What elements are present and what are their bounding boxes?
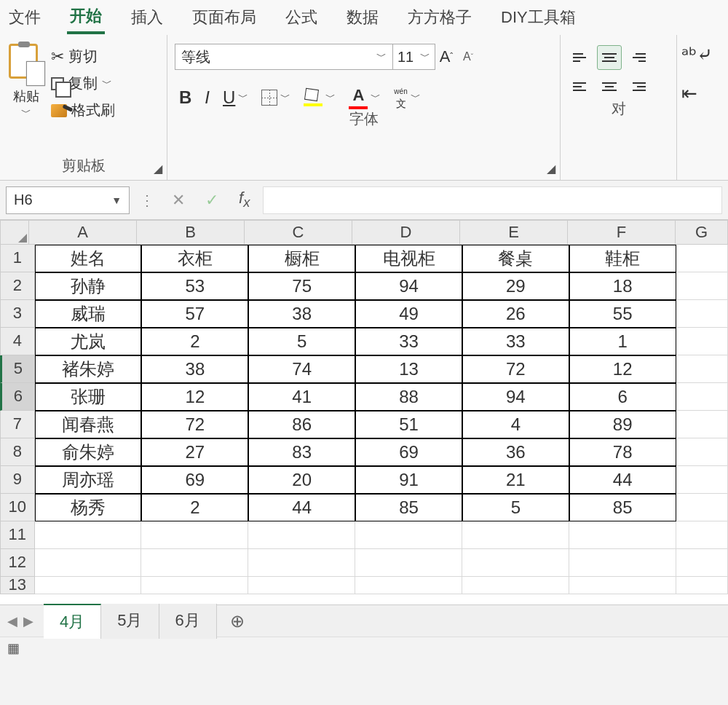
cell-A1[interactable]: 姓名	[35, 245, 142, 272]
cell-A2[interactable]: 孙静	[35, 272, 142, 300]
cell-G11[interactable]	[676, 521, 728, 549]
row-header-8[interactable]: 8	[0, 438, 35, 466]
cell-C2[interactable]: 75	[248, 272, 355, 300]
menu-item-7[interactable]: DIY工具箱	[498, 2, 579, 33]
column-header-C[interactable]: C	[245, 220, 352, 245]
cell-G4[interactable]	[676, 328, 728, 355]
cell-E9[interactable]: 21	[462, 466, 569, 494]
cell-F9[interactable]: 44	[569, 466, 676, 494]
phonetic-guide-button[interactable]: wén文﹀	[394, 87, 420, 108]
cell-D1[interactable]: 电视柜	[355, 245, 462, 272]
column-header-F[interactable]: F	[568, 220, 676, 245]
sheet-tab-6月[interactable]: 6月	[159, 604, 217, 639]
cell-E7[interactable]: 4	[462, 411, 569, 438]
cell-C11[interactable]	[248, 521, 355, 549]
column-header-E[interactable]: E	[460, 220, 568, 245]
cut-button[interactable]: ✂剪切	[51, 47, 115, 66]
cell-C1[interactable]: 橱柜	[248, 245, 355, 272]
cell-D2[interactable]: 94	[355, 272, 462, 300]
cell-A6[interactable]: 张珊	[35, 383, 142, 411]
cell-A7[interactable]: 闻春燕	[35, 411, 142, 438]
row-header-9[interactable]: 9	[0, 466, 35, 494]
row-header-3[interactable]: 3	[0, 300, 35, 328]
cell-A11[interactable]	[35, 521, 142, 549]
fill-color-button[interactable]: ﹀	[304, 89, 336, 106]
menu-item-0[interactable]: 文件	[6, 2, 44, 33]
cell-B2[interactable]: 53	[141, 272, 248, 300]
cell-G5[interactable]	[676, 355, 728, 383]
menu-item-4[interactable]: 公式	[282, 2, 320, 33]
cell-E4[interactable]: 33	[462, 328, 569, 355]
cell-C4[interactable]: 5	[248, 328, 355, 355]
cell-G12[interactable]	[676, 549, 728, 577]
cell-C10[interactable]: 44	[248, 494, 355, 521]
row-header-1[interactable]: 1	[0, 245, 35, 272]
cell-B8[interactable]: 27	[141, 438, 248, 466]
cell-E6[interactable]: 94	[462, 383, 569, 411]
align-left-button[interactable]	[568, 74, 593, 99]
column-header-B[interactable]: B	[137, 220, 245, 245]
cell-A8[interactable]: 俞朱婷	[35, 438, 142, 466]
row-header-10[interactable]: 10	[0, 494, 35, 521]
paste-button[interactable]: 粘贴 ﹀	[7, 44, 45, 119]
cell-G3[interactable]	[676, 300, 728, 328]
align-top-right-button[interactable]	[626, 45, 651, 70]
cell-F4[interactable]: 1	[569, 328, 676, 355]
cancel-formula-button[interactable]: ✕	[165, 191, 192, 210]
cell-F5[interactable]: 12	[569, 355, 676, 383]
cell-D9[interactable]: 91	[355, 466, 462, 494]
sheet-nav-prev-button[interactable]: ◀	[7, 613, 17, 629]
cell-E13[interactable]	[462, 577, 569, 594]
row-header-13[interactable]: 13	[0, 577, 35, 594]
format-painter-button[interactable]: 格式刷	[51, 101, 115, 120]
row-header-5[interactable]: 5	[0, 355, 35, 383]
row-header-6[interactable]: 6	[0, 383, 35, 411]
cell-C5[interactable]: 74	[248, 355, 355, 383]
column-header-D[interactable]: D	[352, 220, 460, 245]
row-header-4[interactable]: 4	[0, 328, 35, 355]
underline-button[interactable]: U﹀	[223, 87, 248, 108]
cell-B7[interactable]: 72	[141, 411, 248, 438]
cell-E5[interactable]: 72	[462, 355, 569, 383]
cell-G1[interactable]	[676, 245, 728, 272]
menu-item-3[interactable]: 页面布局	[189, 2, 259, 33]
menu-item-2[interactable]: 插入	[128, 2, 166, 33]
cell-G7[interactable]	[676, 411, 728, 438]
row-header-2[interactable]: 2	[0, 272, 35, 300]
cell-E10[interactable]: 5	[462, 494, 569, 521]
wrap-text-button[interactable]: ᵃᵇ⤶	[681, 44, 713, 66]
copy-button[interactable]: 复制﹀	[51, 74, 115, 93]
cell-D10[interactable]: 85	[355, 494, 462, 521]
cell-D6[interactable]: 88	[355, 383, 462, 411]
align-top-center-button[interactable]	[597, 45, 622, 70]
row-header-12[interactable]: 12	[0, 549, 35, 577]
sheet-tab-4月[interactable]: 4月	[44, 604, 101, 639]
cell-D12[interactable]	[355, 549, 462, 577]
cell-E3[interactable]: 26	[462, 300, 569, 328]
cell-C3[interactable]: 38	[248, 300, 355, 328]
cell-A3[interactable]: 威瑞	[35, 300, 142, 328]
cell-F11[interactable]	[569, 521, 676, 549]
insert-function-button[interactable]: fx	[232, 189, 257, 210]
cell-E1[interactable]: 餐桌	[462, 245, 569, 272]
cell-G13[interactable]	[676, 577, 728, 594]
italic-button[interactable]: I	[205, 87, 210, 108]
cell-B11[interactable]	[141, 521, 248, 549]
cell-G6[interactable]	[676, 383, 728, 411]
cell-B1[interactable]: 衣柜	[141, 245, 248, 272]
cell-B5[interactable]: 38	[141, 355, 248, 383]
cell-F7[interactable]: 89	[569, 411, 676, 438]
cell-E8[interactable]: 36	[462, 438, 569, 466]
cell-D4[interactable]: 33	[355, 328, 462, 355]
cell-F12[interactable]	[569, 549, 676, 577]
column-header-A[interactable]: A	[29, 220, 137, 245]
menu-item-1[interactable]: 开始	[67, 1, 105, 34]
cell-G2[interactable]	[676, 272, 728, 300]
formula-input[interactable]	[263, 186, 722, 214]
align-right-button[interactable]	[626, 74, 651, 99]
cell-A10[interactable]: 杨秀	[35, 494, 142, 521]
clipboard-dialog-launcher[interactable]: ◢	[154, 162, 162, 176]
border-button[interactable]: ﹀	[261, 90, 290, 106]
cell-B4[interactable]: 2	[141, 328, 248, 355]
name-box[interactable]: H6▼	[6, 186, 130, 214]
